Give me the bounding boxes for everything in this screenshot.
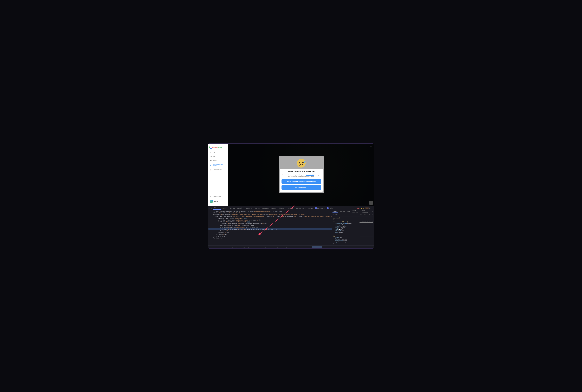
breadcrumb-item[interactable]: div.ReactModalPortal	[210, 246, 223, 248]
gear-icon: ⚙	[210, 152, 212, 153]
styles-filter-row: ▽ :hov .cls + ⊞ ▭	[332, 213, 374, 216]
rendering-icon[interactable]: ▭	[371, 214, 373, 216]
funnel-icon	[370, 146, 372, 148]
sidebar-item-settings[interactable]: ⚙ Einstellungen	[208, 195, 228, 199]
logo-icon	[209, 146, 212, 149]
stab-layout[interactable]: Layout	[346, 210, 352, 213]
sidebar-item-memberships[interactable]: 🚀 Mitgliedschaften	[208, 168, 228, 172]
sidebar-item-label: LFG	[213, 152, 215, 154]
tab-components[interactable]: Components	[314, 207, 326, 210]
devtools-tabs: ⬚ ▭ Elements Console Sources Network Per…	[208, 206, 374, 210]
nav-prev-button[interactable]: ‹	[369, 201, 373, 204]
stab-computed[interactable]: Computed	[338, 210, 346, 213]
info-count[interactable]: ■ 42	[365, 208, 369, 209]
tab-network[interactable]: Network	[236, 207, 243, 210]
css-rule[interactable]: main.fd76ef…chunk.css:1.flex {display: f…	[332, 235, 374, 245]
hex-badge	[304, 158, 308, 164]
rule-source-link[interactable]: main.fd76ef…chunk.css:1	[360, 221, 373, 222]
breadcrumb-item[interactable]: div.container-tutorial	[300, 246, 312, 248]
people-icon: 👥	[210, 164, 211, 166]
player-badges: LFG/UwU 🙂	[294, 156, 309, 158]
badge-blue	[294, 156, 297, 158]
tab-sources[interactable]: Sources	[229, 207, 236, 210]
rule-source-link[interactable]: main.fd76ef…chunk.css:1	[360, 236, 373, 237]
more-icon[interactable]: ⋮	[371, 208, 372, 209]
dom-node-line[interactable]: <"a">class="t">div data-react-modal-body…	[208, 210, 332, 212]
filter-icon: ▽	[333, 214, 334, 216]
dom-node-line[interactable]: <"a">class="t">div "a">class="ok-button …	[208, 228, 332, 230]
dom-node-line[interactable]: </"a">class="t">div>	[208, 234, 332, 236]
tab-application[interactable]: Application	[261, 207, 270, 210]
dom-node-line[interactable]: </"a">class="t">div>	[208, 230, 332, 232]
sidebar-item-browse-players[interactable]: 👥 Durchsuchen Sie Spieler	[208, 162, 228, 168]
tab-memory[interactable]: Memory	[254, 207, 261, 210]
tab-recorder[interactable]: Recorder	[286, 207, 294, 210]
dom-node-line[interactable]: ▼<"a">class="t">div "a">class="ReactModa…	[208, 212, 332, 214]
hex-badges	[294, 158, 308, 164]
dom-node-line[interactable]: </"a">class="t">div>	[208, 232, 332, 234]
sidebar-item-lfg[interactable]: ⚙ LFG	[208, 150, 228, 154]
breadcrumb-item[interactable]: div.ok-button.flex	[312, 246, 323, 248]
breadcrumb-prev-icon[interactable]: ◀	[209, 246, 210, 248]
css-rule[interactable]: element.style {}	[332, 217, 374, 221]
avatar	[210, 200, 213, 203]
css-rule[interactable]: main.fd76ef…chunk.css:1.tutorial-modal .…	[332, 221, 374, 235]
settings-icon[interactable]: ⚙	[369, 208, 370, 209]
notification-dot	[212, 200, 213, 201]
logo[interactable]: GAMETREE	[208, 145, 228, 150]
styles-tabs: Styles Computed Layout Event Listeners D…	[332, 210, 374, 213]
dom-node-line[interactable]: ▶<"a">class="t">div "a">class="achieveme…	[208, 219, 332, 221]
new-rule-icon[interactable]: +	[367, 214, 368, 216]
tab-css-overview[interactable]: CSS overview ⬚	[295, 207, 307, 210]
breadcrumb-item[interactable]: div.ReactModal__Overlay.ReactModal__Over…	[223, 246, 256, 248]
styles-rules[interactable]: element.style {}main.fd76ef…chunk.css:1.…	[332, 216, 374, 246]
close-icon[interactable]: ✕	[372, 208, 373, 209]
devtools-body: <"a">class="t">div data-react-modal-body…	[208, 210, 374, 246]
dom-node-line[interactable]: ▼<"a">class="t">div "a">class="ReactModa…	[208, 216, 332, 217]
rocket-icon: 🚀	[210, 169, 212, 170]
dom-node-line[interactable]: ▼<"a">class="t">div "a">class="tutorial-…	[208, 218, 332, 219]
dom-node-line[interactable]: <"a">class="t">div "a">class="title">Kei…	[208, 223, 332, 224]
stab-dom-breakpoints[interactable]: DOM Breakpoints	[361, 210, 371, 214]
breadcrumb-item[interactable]: div.tutorial-modal	[289, 246, 300, 248]
cls-toggle[interactable]: .cls	[363, 214, 366, 216]
player-avatar	[282, 156, 294, 167]
styles-filter-input[interactable]	[335, 214, 359, 216]
smiley-icon: 🙂	[307, 156, 309, 158]
elements-panel[interactable]: <"a">class="t">div data-react-modal-body…	[208, 210, 332, 246]
dom-node-line[interactable]: ▼<"a">class="t">div "a">class="container…	[208, 221, 332, 223]
hov-toggle[interactable]: :hov	[360, 214, 363, 216]
devtools: ⬚ ▭ Elements Console Sources Network Per…	[208, 206, 374, 248]
dom-node-line[interactable]: </"a">class="t">div>	[208, 237, 332, 239]
sidebar-item-label: Spiele	[213, 160, 216, 161]
filter-button[interactable]	[369, 145, 373, 148]
tab-lighthouse[interactable]: Lighthouse	[277, 207, 286, 210]
dom-node-line[interactable]: </"a">class="t">div>	[208, 236, 332, 237]
dom-node-line[interactable]: ▼<"a">class="t">div "a">class="ReactModa…	[208, 214, 332, 216]
breadcrumb-next-icon[interactable]: ▶	[372, 246, 373, 248]
warning-count[interactable]: ▲ 780	[360, 208, 365, 209]
hex-badge	[294, 158, 299, 164]
dom-node-line[interactable]: ▶<"a">class="t">a "a">href="/app/subscri…	[208, 226, 332, 228]
elements-breadcrumb: ◀ div.ReactModalPortal div.ReactModal__O…	[208, 246, 374, 248]
tab-security[interactable]: Security	[270, 207, 277, 210]
sidebar-item-feed[interactable]: 💬 Feed	[208, 154, 228, 158]
computed-toggle-icon[interactable]: ⊞	[369, 214, 371, 216]
dom-node-line[interactable]: ▶<"a">class="t">div "a">class="text">…</…	[208, 224, 332, 226]
breadcrumb-item[interactable]: div.ReactModal__Content.ReactModal__Cont…	[256, 246, 289, 248]
sidebar-item-spiele[interactable]: 🎮 Spiele	[208, 158, 228, 162]
gamepad-icon: 🎮	[210, 160, 212, 161]
browser-window: GAMETREE ⚙ LFG 💬 Feed 🎮 Spiele 👥 Durchsu…	[208, 144, 374, 248]
tab-profiler[interactable]: Profiler	[326, 207, 334, 210]
error-count[interactable]: ⊘ 10	[356, 208, 360, 209]
user-profile[interactable]: D36u9	[208, 199, 228, 204]
stab-event-listeners[interactable]: Event Listeners	[352, 210, 361, 214]
more-tabs-icon[interactable]: ≫	[371, 211, 374, 212]
device-icon[interactable]: ▭	[211, 208, 212, 209]
tab-elements[interactable]: Elements	[213, 207, 221, 210]
tab-performance[interactable]: Performance	[244, 207, 254, 210]
inspect-icon[interactable]: ⬚	[209, 208, 210, 209]
stab-styles[interactable]: Styles	[333, 210, 338, 213]
tab-console[interactable]: Console	[221, 207, 228, 210]
tab-nextjs[interactable]: NextJS	[307, 207, 314, 210]
